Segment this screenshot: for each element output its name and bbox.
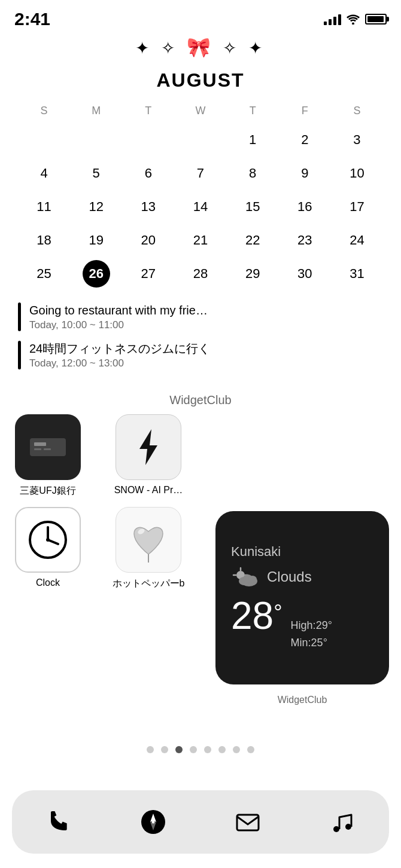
page-dot-5[interactable] bbox=[204, 746, 211, 753]
cal-cell-21[interactable]: 21 bbox=[174, 225, 226, 256]
svg-rect-4 bbox=[44, 448, 51, 450]
cal-cell-9[interactable]: 9 bbox=[279, 158, 331, 189]
dock-phone-button[interactable] bbox=[38, 801, 80, 843]
calendar-week-1: 1 2 3 bbox=[18, 124, 383, 155]
cal-cell-7[interactable]: 7 bbox=[174, 158, 226, 189]
heart-balloon-icon bbox=[128, 517, 169, 563]
cal-cell-22[interactable]: 22 bbox=[227, 225, 279, 256]
page-dot-7[interactable] bbox=[233, 746, 240, 753]
cal-cell-15[interactable]: 15 bbox=[227, 191, 279, 222]
event-item-2[interactable]: 24時間フィットネスのジムに行く Today, 12:00 ~ 13:00 bbox=[18, 341, 383, 369]
bank-icon bbox=[27, 435, 69, 459]
cal-cell-19[interactable]: 19 bbox=[70, 225, 122, 256]
cal-cell-18[interactable]: 18 bbox=[18, 225, 70, 256]
event-bar-1 bbox=[18, 302, 21, 331]
bank-app-label: 三菱UFJ銀行 bbox=[20, 485, 75, 497]
hotpepper-icon-box[interactable] bbox=[116, 507, 181, 573]
snow-app-label: SNOW - AI Pr… bbox=[114, 485, 183, 496]
weather-cloud-icon bbox=[231, 567, 261, 587]
calendar-month: AUGUST bbox=[18, 69, 383, 91]
calendar-week-4: 18 19 20 21 22 23 24 bbox=[18, 225, 383, 256]
cal-cell-30[interactable]: 30 bbox=[279, 258, 331, 289]
bank-icon-box[interactable] bbox=[15, 414, 81, 480]
deco-stars-right: ✧ ✦ bbox=[223, 39, 266, 57]
event-time-2: Today, 12:00 ~ 13:00 bbox=[29, 357, 210, 369]
cal-cell-25[interactable]: 25 bbox=[18, 258, 70, 289]
cal-cell[interactable] bbox=[174, 124, 226, 155]
app-item-clock[interactable]: Clock bbox=[6, 507, 90, 590]
widgetclub-section-label: WidgetClub bbox=[0, 385, 401, 414]
clock-app-label: Clock bbox=[36, 577, 60, 588]
cal-cell-5[interactable]: 5 bbox=[70, 158, 122, 189]
phone-icon bbox=[46, 809, 72, 835]
app-item-bank[interactable]: 三菱UFJ銀行 bbox=[6, 414, 90, 497]
cal-cell-17[interactable]: 17 bbox=[331, 191, 383, 222]
cal-cell[interactable] bbox=[70, 124, 122, 155]
page-dots bbox=[0, 728, 401, 765]
cal-cell-6[interactable]: 6 bbox=[122, 158, 174, 189]
page-dot-1[interactable] bbox=[147, 746, 154, 753]
status-time: 2:41 bbox=[14, 9, 50, 29]
deco-stars-left: ✦ ✧ bbox=[135, 39, 178, 57]
cal-cell-29[interactable]: 29 bbox=[227, 258, 279, 289]
cal-cell-11[interactable]: 11 bbox=[18, 191, 70, 222]
page-dot-2[interactable] bbox=[161, 746, 168, 753]
cal-cell-8[interactable]: 8 bbox=[227, 158, 279, 189]
today-indicator[interactable]: 26 bbox=[83, 260, 110, 288]
svg-point-0 bbox=[352, 23, 354, 25]
events-section: Going to restaurant with my frie… Today,… bbox=[0, 292, 401, 385]
cal-header-sat: S bbox=[331, 102, 383, 120]
calendar-week-2: 4 5 6 7 8 9 10 bbox=[18, 158, 383, 189]
page-dot-8[interactable] bbox=[247, 746, 254, 753]
cal-header-thu: T bbox=[227, 102, 279, 120]
app-item-hotpepper[interactable]: ホットペッパーb bbox=[107, 507, 190, 590]
weather-city: Kunisaki bbox=[231, 544, 373, 560]
cal-cell-23[interactable]: 23 bbox=[279, 225, 331, 256]
clock-icon-box[interactable] bbox=[15, 507, 81, 573]
dock-safari-button[interactable] bbox=[132, 801, 174, 843]
page-dot-4[interactable] bbox=[190, 746, 197, 753]
cal-cell-27[interactable]: 27 bbox=[122, 258, 174, 289]
cal-cell-1[interactable]: 1 bbox=[227, 124, 279, 155]
cal-cell-14[interactable]: 14 bbox=[174, 191, 226, 222]
cal-cell-3[interactable]: 3 bbox=[331, 124, 383, 155]
music-icon bbox=[329, 809, 355, 835]
cal-cell-12[interactable]: 12 bbox=[70, 191, 122, 222]
wifi-icon bbox=[346, 14, 360, 25]
calendar-week-5: 25 26 27 28 29 30 31 bbox=[18, 258, 383, 289]
app-item-snow[interactable]: SNOW - AI Pr… bbox=[107, 414, 190, 497]
cal-header-fri: F bbox=[279, 102, 331, 120]
weather-temp-row: 28 ° High:29° Min:25° bbox=[231, 597, 373, 652]
page-dot-3-active[interactable] bbox=[175, 746, 183, 753]
cal-cell-10[interactable]: 10 bbox=[331, 158, 383, 189]
weather-condition-label: Clouds bbox=[267, 569, 312, 585]
svg-point-26 bbox=[333, 826, 339, 832]
snow-icon-box[interactable] bbox=[116, 414, 181, 480]
svg-point-20 bbox=[248, 576, 257, 583]
cal-cell[interactable] bbox=[122, 124, 174, 155]
battery-icon bbox=[365, 14, 387, 25]
cal-cell-20[interactable]: 20 bbox=[122, 225, 174, 256]
cal-cell-24[interactable]: 24 bbox=[331, 225, 383, 256]
page-dot-6[interactable] bbox=[218, 746, 226, 753]
weather-widgetclub-label: WidgetClub bbox=[278, 695, 327, 705]
svg-point-9 bbox=[46, 538, 50, 542]
cal-cell-4[interactable]: 4 bbox=[18, 158, 70, 189]
dock-mail-button[interactable] bbox=[227, 801, 269, 843]
cal-cell-31[interactable]: 31 bbox=[331, 258, 383, 289]
cal-cell[interactable] bbox=[18, 124, 70, 155]
cal-cell-28[interactable]: 28 bbox=[174, 258, 226, 289]
weather-temp: 28 bbox=[231, 597, 274, 635]
clock-icon bbox=[27, 519, 69, 561]
cal-header-mon: M bbox=[70, 102, 122, 120]
event-item-1[interactable]: Going to restaurant with my frie… Today,… bbox=[18, 302, 383, 331]
dock-music-button[interactable] bbox=[321, 801, 363, 843]
cal-cell-13[interactable]: 13 bbox=[122, 191, 174, 222]
weather-widget-label: WidgetClub bbox=[215, 695, 389, 705]
cal-cell-16[interactable]: 16 bbox=[279, 191, 331, 222]
cal-cell-2[interactable]: 2 bbox=[279, 124, 331, 155]
app-row-1: 三菱UFJ銀行 SNOW - AI Pr… bbox=[0, 414, 401, 497]
weather-widget[interactable]: Kunisaki Clouds 28 ° High:29° bbox=[215, 511, 389, 684]
cal-cell-26[interactable]: 26 bbox=[70, 258, 122, 289]
calendar-section: AUGUST S M T W T F S 1 2 3 4 5 6 7 8 bbox=[0, 69, 401, 289]
